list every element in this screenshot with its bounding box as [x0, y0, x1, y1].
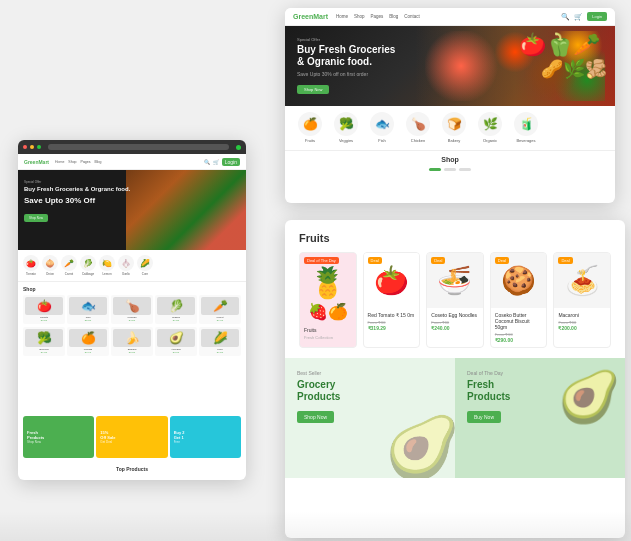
rb-badge-noodles: Deal [431, 257, 445, 264]
left-product-img: 🥕 [201, 297, 239, 315]
left-product-card: 🌽 Corn $1.50 [199, 327, 241, 356]
rt-cat-organic-label: Organic [483, 138, 497, 143]
rb-product-name-biscuit: Coseko Butter Coconut Biscuit 50gm [495, 312, 543, 330]
left-cat-label: Carrot [65, 272, 73, 276]
left-categories: 🍅 Tomato 🧅 Onion 🥕 Carrot 🥬 Cabbage 🍋 Le… [18, 250, 246, 282]
left-product-card: 🥑 Avocado $3.20 [155, 327, 197, 356]
rb-product-name-fruits: Fruits [304, 327, 352, 333]
rt-cat-chicken-label: Chicken [411, 138, 425, 143]
left-shop-btn[interactable]: Shop Now [24, 214, 48, 222]
rt-cat-beverages-label: Beverages [516, 138, 535, 143]
browser-header [18, 140, 246, 154]
left-banner-title: 15%Off Sale [100, 430, 163, 440]
rb-product-card-tomato: Deal 🍅 Red Tomato ₹ 15 0m From ₹90 ₹319.… [363, 252, 421, 348]
rt-hero-content: Special Offer Buy Fresh Groceries& Ogran… [297, 37, 395, 95]
left-product-img: 🍌 [113, 329, 151, 347]
rb-product-name-tomato: Red Tomato ₹ 15 0m [368, 312, 416, 318]
left-cat-img: 🥕 [61, 255, 77, 271]
cart-icon: 🛒 [213, 159, 219, 165]
left-cat-img: 🌽 [137, 255, 153, 271]
rb-banner-fresh-btn[interactable]: Buy Now [467, 411, 501, 423]
close-dot [23, 145, 27, 149]
left-cat-img: 🥬 [80, 255, 96, 271]
left-banner-title: FreshProducts [27, 430, 90, 440]
rt-cat-veg-img: 🥦 [334, 112, 358, 136]
rb-banner-fresh: Deal of The Day FreshProducts Buy Now 🥑 [455, 358, 625, 478]
left-nav-item: Blog [94, 160, 101, 164]
left-hero-subtitle: Save Upto 30% Off [24, 196, 130, 205]
left-cat-carrot: 🥕 Carrot [61, 255, 77, 276]
rb-product-name-macaroni: Macaroni [558, 312, 606, 318]
rb-banner-grocery: Best Seller GroceryProducts Shop Now 🥑 [285, 358, 455, 478]
left-banner-fresh: FreshProducts Shop Now [23, 416, 94, 458]
left-cat-label: Cabbage [82, 272, 94, 276]
rb-badge-macaroni: Deal [558, 257, 572, 264]
left-cat-onion: 🧅 Onion [42, 255, 58, 276]
left-product-price: $2.10 [69, 351, 107, 354]
left-cat-label: Corn [142, 272, 149, 276]
rb-banner-grocery-label: Best Seller [297, 370, 443, 376]
left-product-img: 🍊 [69, 329, 107, 347]
rt-cat-organic-img: 🌿 [478, 112, 502, 136]
left-hero: Special Offer Buy Fresh Groceries & Orgr… [18, 170, 246, 250]
rt-cat-fish-img: 🐟 [370, 112, 394, 136]
left-banner-deal: Buy 2Get 1 Free [170, 416, 241, 458]
left-product-card: 🍅 Tomato $2.50 [23, 295, 65, 324]
left-cat-label: Lemon [102, 272, 111, 276]
rt-cat-beverages-img: 🧃 [514, 112, 538, 136]
rt-hero-sub: Save Upto 30% off on first order [297, 71, 395, 77]
left-screenshot: GreenMart Home Shop Pages Blog 🔍 🛒 Login… [18, 140, 246, 480]
left-product-card: 🍊 Orange $2.10 [67, 327, 109, 356]
rt-page-dot-1 [429, 168, 441, 171]
rb-product-info-noodles: Coseto Egg Noodles From ₹90 ₹240.00 [427, 308, 483, 335]
top-products-label: Top Products [18, 462, 246, 476]
left-product-price: $1.80 [157, 319, 195, 322]
left-product-img: 🍅 [25, 297, 63, 315]
rb-section-title: Fruits [285, 220, 625, 252]
rt-nav-actions: 🔍 🛒 Login [561, 12, 607, 21]
left-cat-corn: 🌽 Corn [137, 255, 153, 276]
left-banner-sub: Shop Now [27, 440, 90, 444]
rb-banner-grocery-title: GroceryProducts [297, 379, 443, 403]
rb-product-card-macaroni: Deal 🍝 Macaroni From ₹90 ₹200.00 [553, 252, 611, 348]
rt-hero: 🍅🫑🥕 🥜🌿🫚 Special Offer Buy Fresh Grocerie… [285, 26, 615, 106]
left-cat-garlic: 🧄 Garlic [118, 255, 134, 276]
left-products-grid: 🍅 Tomato $2.50 🐟 Fish $5.00 🍗 Chicken $4… [23, 295, 241, 324]
rb-banner-avocado2-icon: 🥑 [558, 368, 620, 426]
right-bottom-screenshot: Fruits Deal of The Day 🍍 🍓🍊 Fruits Fresh… [285, 220, 625, 538]
left-product-img: 🍗 [113, 297, 151, 315]
rt-categories: 🍊 Fruits 🥦 Veggies 🐟 Fish 🍗 Chicken 🍞 Ba… [285, 106, 615, 151]
left-nav: GreenMart Home Shop Pages Blog 🔍 🛒 Login [18, 154, 246, 170]
rb-product-info-fruits: Fruits Fresh Collection [300, 323, 356, 344]
rt-cat-beverages: 🧃 Beverages [511, 112, 541, 143]
left-product-price: $2.50 [25, 319, 63, 322]
rt-page-dot-2 [444, 168, 456, 171]
left-cat-cabbage: 🥬 Cabbage [80, 255, 96, 276]
rt-cat-bakery-img: 🍞 [442, 112, 466, 136]
rt-login-btn[interactable]: Login [587, 12, 607, 21]
left-cat-lemon: 🍋 Lemon [99, 255, 115, 276]
left-nav-item: Home [55, 160, 64, 164]
rt-cat-fruits-label: Fruits [305, 138, 315, 143]
right-top-screenshot: GreenMart Home Shop Pages Blog Contact 🔍… [285, 8, 615, 203]
left-banner-sub: Get Deal [100, 440, 163, 444]
left-product-img: 🥦 [25, 329, 63, 347]
left-product-card: 🥬 Greens $1.80 [155, 295, 197, 324]
rb-product-card-noodles: Deal 🍜 Coseto Egg Noodles From ₹90 ₹240.… [426, 252, 484, 348]
rt-page-dot-3 [459, 168, 471, 171]
left-product-card: 🍌 Banana $0.90 [111, 327, 153, 356]
rt-hero-food-icons: 🍅🫑🥕 [519, 34, 600, 56]
rt-hero-food-icons-2: 🥜🌿🫚 [541, 58, 607, 80]
rb-product-card-fruits: Deal of The Day 🍍 🍓🍊 Fruits Fresh Collec… [299, 252, 357, 348]
rb-banner-avocado-icon: 🥑 [385, 412, 455, 478]
status-dot [236, 145, 241, 150]
left-product-price: $1.20 [201, 319, 239, 322]
search-icon: 🔍 [204, 159, 210, 165]
rb-banner-grocery-btn[interactable]: Shop Now [297, 411, 334, 423]
rt-shop-btn[interactable]: Shop Now [297, 85, 329, 94]
rb-product-info-macaroni: Macaroni From ₹90 ₹200.00 [554, 308, 610, 335]
rt-cart-icon: 🛒 [574, 13, 583, 21]
left-shop-title: Shop [23, 286, 241, 292]
left-hero-label: Special Offer [24, 180, 130, 184]
left-cat-tomato: 🍅 Tomato [23, 255, 39, 276]
